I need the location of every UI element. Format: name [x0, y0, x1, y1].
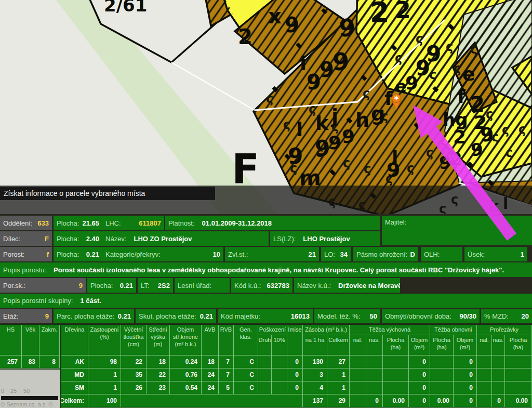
field-value: LHO Prostějov — [303, 235, 350, 243]
table-subheader-cell: Celkem — [327, 335, 350, 356]
field-kod-ku: Kód k.ú.: 632783 — [231, 278, 292, 293]
table-cell: MD — [61, 368, 88, 381]
table-subheader-cell: Plocha (ha) — [430, 335, 454, 356]
tooltip: Získat informace o parcele vybraného mís… — [0, 187, 215, 200]
map-label: 9 — [332, 48, 349, 76]
field-parc-plocha: Parc. plocha etáže: 0.21 — [54, 309, 134, 323]
field-label: Por.sk.: — [3, 282, 25, 289]
table-cell: 8 — [39, 356, 60, 368]
table-cell — [366, 356, 383, 368]
table-cell — [477, 356, 492, 368]
field-value: D — [410, 251, 415, 258]
table-cell: 29 — [327, 394, 350, 407]
species-symbol: ς — [426, 146, 433, 160]
table-cell: SM — [61, 381, 88, 394]
table-subheader-cell: nas. — [366, 335, 383, 356]
table-cell: 1 — [327, 368, 350, 381]
map-label: l — [296, 118, 303, 141]
table-cell — [430, 381, 454, 394]
table-cell: 98 — [88, 356, 121, 368]
field-label: Lesní úřad: — [178, 282, 211, 289]
field-plocha-oddeleni: Plocha: 21.65 — [54, 216, 102, 230]
map-label: 2 — [453, 126, 466, 148]
field-value: 1 část. — [80, 297, 101, 305]
field-value: Držovice na Moravě — [338, 282, 400, 289]
field-label: Úsek: — [468, 251, 485, 258]
table-cell — [272, 381, 287, 394]
field-plocha-dilec: Plocha: 2.40 — [54, 231, 102, 246]
table-cell: 22 — [121, 356, 147, 368]
scale-label-0: 0 — [1, 388, 4, 394]
table-cell: 83 — [22, 356, 39, 368]
table-cell — [121, 394, 303, 407]
field-value: 0.21 — [200, 312, 213, 320]
table-subheader-cell: nal. — [350, 335, 366, 356]
table-subheader-cell: nas. — [492, 335, 505, 356]
field-label: Platnost: — [168, 219, 195, 227]
table-cell — [366, 381, 383, 394]
field-value: 611807 — [139, 219, 161, 227]
table-cell — [477, 368, 492, 381]
table-subheader-cell: nal. — [477, 335, 492, 356]
table-cell: 24 — [202, 381, 219, 394]
field-value: 0.21 — [118, 312, 131, 320]
field-label: Kód k.ú.: — [234, 282, 261, 289]
field-value: 9 — [45, 312, 49, 320]
field-popis-skupiny: Popis porostní skupiny: 1 část. — [0, 294, 532, 308]
table-header-cell: Objem stř.kmene (m³ b.k.) — [170, 325, 202, 356]
field-label: Porost: — [3, 251, 24, 258]
field-popis-porostu: Popis porostu: Porost součástí izolované… — [0, 262, 532, 277]
table-header-cell: RVB — [219, 325, 234, 356]
field-kategorie: Kategorie/překryv: 10 — [102, 247, 223, 261]
table-subheader-cell: Objem (m³) — [409, 335, 430, 356]
table-subheader-cell: Objem (m³) — [454, 335, 477, 356]
table-cell — [350, 381, 366, 394]
species-symbol: ς — [364, 162, 371, 176]
field-dilec: Dílec: F — [0, 231, 52, 246]
table-cell: 24 — [202, 368, 219, 381]
scale-label-50: 50 — [23, 388, 30, 394]
table-cell — [505, 368, 532, 381]
field-lhc: LHC: 611807 — [102, 216, 164, 230]
table-cell: 0 — [454, 394, 477, 407]
map-label: h — [355, 109, 369, 131]
species-symbol: ς — [454, 61, 461, 76]
table-group-header-cell: Těžba obnovní — [430, 325, 477, 335]
scale-bar — [1, 396, 58, 400]
table-cell — [492, 356, 505, 368]
field-label: Kód majetku: — [221, 312, 260, 320]
map-label: e — [462, 63, 475, 85]
table-cell: AK — [61, 356, 88, 368]
species-symbol: ς — [486, 107, 493, 122]
field-value: 1 — [521, 251, 524, 258]
table-cell: 130 — [303, 356, 327, 368]
field-label: LS(LZ): — [273, 235, 296, 243]
map-label: f — [384, 88, 393, 109]
table-cell: 0 — [287, 381, 303, 394]
field-zvlst: Zvl.st.: 21 — [225, 247, 319, 261]
table-header-cell: Zakm. — [39, 325, 60, 356]
field-value: 21 — [309, 251, 316, 258]
field-value: f — [47, 251, 49, 258]
field-label: Plocha: — [90, 282, 113, 289]
table-cell — [366, 368, 383, 381]
table-cell: 18 — [147, 356, 170, 368]
table-cell: 0 — [454, 368, 477, 381]
table-cell: 0 — [492, 394, 505, 407]
field-label: Obmýtí/obnovní doba: — [385, 312, 451, 320]
field-label: Název k.ú.: — [297, 282, 331, 289]
table-cell: 0.00 — [383, 394, 409, 407]
field-value: 633 — [37, 219, 49, 227]
table-header-cell: HS — [0, 325, 22, 356]
table-group-header-cell: Těžba výchovná — [350, 325, 430, 335]
field-label: Zvl.st.: — [228, 251, 248, 258]
table-cell — [505, 381, 532, 394]
field-label: Parc. plocha etáže: — [57, 312, 114, 320]
field-value: 50 — [370, 312, 377, 320]
species-symbol: ς — [429, 68, 436, 82]
map-viewport[interactable]: ςςςςςςςςςςςςςςςςςςςςςςςςςςςς2/61x929229i… — [0, 0, 532, 408]
field-label: Model. těž. %: — [317, 312, 360, 320]
field-label: OLH: — [424, 251, 440, 258]
table-cell: 3 — [303, 368, 327, 381]
map-label: 9 — [320, 58, 334, 82]
